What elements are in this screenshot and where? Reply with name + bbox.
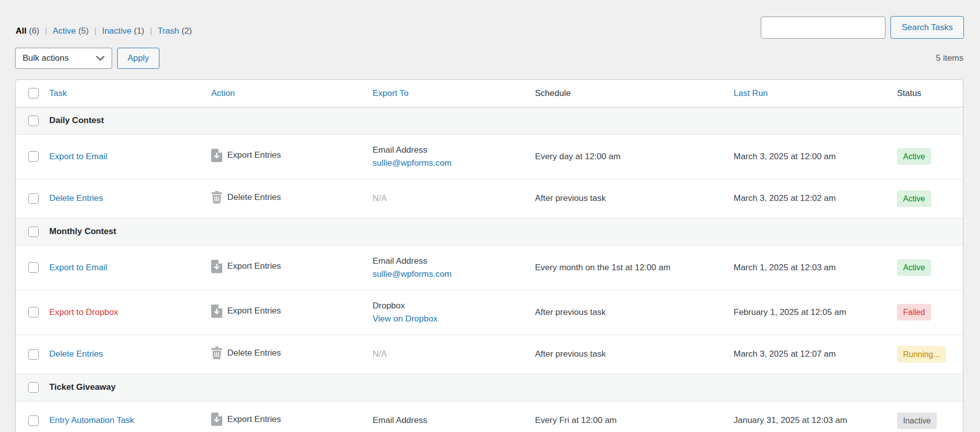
filter-separator: | (94, 26, 96, 36)
task-row: Entry Automation TaskExport EntriesEmail… (16, 401, 963, 432)
search-input[interactable] (761, 17, 885, 39)
status-badge: Active (897, 148, 931, 165)
last-run-cell: March 3, 2025 at 12:07 am (734, 335, 897, 374)
task-link[interactable]: Export to Email (49, 263, 107, 272)
column-sort-link[interactable]: Task (49, 88, 67, 98)
action-cell: Delete Entries (211, 179, 373, 218)
action-cell: Delete Entries (211, 335, 373, 374)
export-destination-label: N/A (373, 192, 535, 205)
task-name-cell: Export to Email (43, 245, 211, 290)
status-badge: Active (897, 190, 931, 207)
task-name-cell: Export to Email (43, 134, 211, 179)
column-header-schedule: Schedule (535, 80, 734, 107)
filter-separator: | (150, 26, 152, 36)
status-cell: Running... (897, 335, 963, 374)
task-name-cell: Entry Automation Task (43, 401, 211, 432)
export-destination-link-line: sullie@wpforms.com (373, 157, 535, 170)
export-destination-label: Dropbox (373, 299, 535, 312)
status-badge: Active (897, 259, 931, 276)
column-sort-link[interactable]: Action (211, 88, 235, 98)
row-checkbox[interactable] (28, 116, 39, 126)
action-label: Export Entries (227, 306, 281, 316)
filter-link-all[interactable]: All (16, 26, 27, 36)
filter-link-trash[interactable]: Trash (157, 26, 179, 36)
schedule-cell: Every month on the 1st at 12:00 am (535, 245, 734, 290)
task-row: Delete EntriesDelete EntriesN/AAfter pre… (16, 179, 963, 218)
column-header-status: Status (897, 80, 963, 107)
action-label-group: Delete Entries (211, 191, 281, 203)
row-checkbox[interactable] (28, 227, 39, 237)
row-checkbox[interactable] (28, 415, 39, 426)
bulk-actions-select[interactable]: Bulk actions (15, 48, 112, 69)
task-link[interactable]: Export to Email (49, 152, 107, 161)
status-cell: Inactive (897, 401, 963, 432)
export-to-cell: Email Addresssullie@wpforms.com (373, 134, 535, 179)
action-label: Export Entries (227, 414, 281, 424)
row-checkbox[interactable] (28, 262, 39, 273)
task-name-cell: Delete Entries (43, 179, 211, 218)
search-tasks-button[interactable]: Search Tasks (890, 16, 964, 39)
action-cell: Export Entries (211, 401, 373, 432)
column-header-task: Task (43, 80, 211, 107)
status-cell: Active (897, 245, 963, 290)
filter-count: (5) (78, 26, 89, 36)
last-run-cell: March 3, 2025 at 12:02 am (734, 179, 897, 218)
row-checkbox[interactable] (28, 151, 39, 162)
filter-count: (1) (134, 26, 144, 36)
tasks-table: TaskActionExport ToScheduleLast RunStatu… (15, 79, 963, 432)
filter-link-inactive[interactable]: Inactive (102, 26, 132, 36)
last-run-cell: February 1, 2025 at 12:05 am (734, 290, 897, 335)
export-destination-label: Email Address (373, 255, 535, 268)
row-checkbox[interactable] (28, 382, 39, 393)
export-destination-label: Email Address (373, 144, 535, 157)
chevron-down-icon (96, 56, 105, 61)
export-destination-link[interactable]: sullie@wpforms.com (373, 269, 452, 279)
export-destination-link-line: sullie@wpforms.com (373, 268, 535, 281)
action-label-group: Delete Entries (211, 347, 281, 359)
action-label-group: Export Entries (211, 304, 281, 318)
export-to-content: N/A (373, 183, 535, 214)
row-checkbox[interactable] (28, 349, 39, 360)
export-destination-label: N/A (373, 348, 535, 361)
row-checkbox-cell (16, 134, 43, 179)
task-row: Export to EmailExport EntriesEmail Addre… (16, 245, 963, 290)
column-sort-link[interactable]: Export To (373, 88, 409, 98)
status-filter-links: All (6)|Active (5)|Inactive (1)|Trash (2… (16, 26, 192, 36)
group-header-row: Monthly Contest (16, 218, 963, 245)
trash-icon (211, 191, 222, 203)
group-header-row: Daily Contest (16, 107, 963, 134)
column-header-export-to: Export To (373, 80, 535, 107)
task-link[interactable]: Delete Entries (49, 349, 103, 359)
export-to-cell: Email Address (373, 401, 535, 432)
file-export-icon (211, 149, 222, 162)
task-link[interactable]: Delete Entries (49, 193, 103, 203)
row-checkbox[interactable] (28, 193, 39, 204)
table-header-row: TaskActionExport ToScheduleLast RunStatu… (16, 80, 963, 107)
export-to-cell: N/A (373, 179, 535, 218)
schedule-cell: After previous task (535, 335, 734, 374)
task-name-cell: Delete Entries (43, 335, 211, 374)
action-label: Export Entries (227, 150, 281, 160)
schedule-cell: After previous task (535, 179, 734, 218)
file-export-icon (211, 260, 222, 273)
bulk-actions-toolbar: Bulk actions Apply 5 items (15, 48, 964, 69)
action-cell: Export Entries (211, 290, 373, 335)
export-destination-link[interactable]: View on Dropbox (373, 314, 437, 323)
row-checkbox-cell (16, 374, 43, 401)
filter-link-active[interactable]: Active (53, 26, 76, 36)
status-cell: Active (897, 179, 963, 218)
filter-separator: | (45, 26, 47, 36)
select-all-checkbox[interactable] (28, 88, 39, 98)
items-count: 5 items (936, 48, 963, 69)
export-destination-label: Email Address (373, 414, 535, 427)
action-label-group: Export Entries (211, 149, 281, 162)
row-checkbox[interactable] (28, 307, 39, 317)
export-destination-link[interactable]: sullie@wpforms.com (373, 158, 452, 168)
file-export-icon (211, 412, 222, 426)
schedule-cell: Every Fri at 12:00 am (535, 401, 734, 432)
task-link[interactable]: Entry Automation Task (49, 415, 134, 425)
apply-button[interactable]: Apply (117, 48, 159, 69)
column-sort-link[interactable]: Last Run (734, 88, 768, 98)
task-link[interactable]: Export to Dropbox (49, 307, 118, 317)
action-label: Export Entries (227, 261, 281, 271)
